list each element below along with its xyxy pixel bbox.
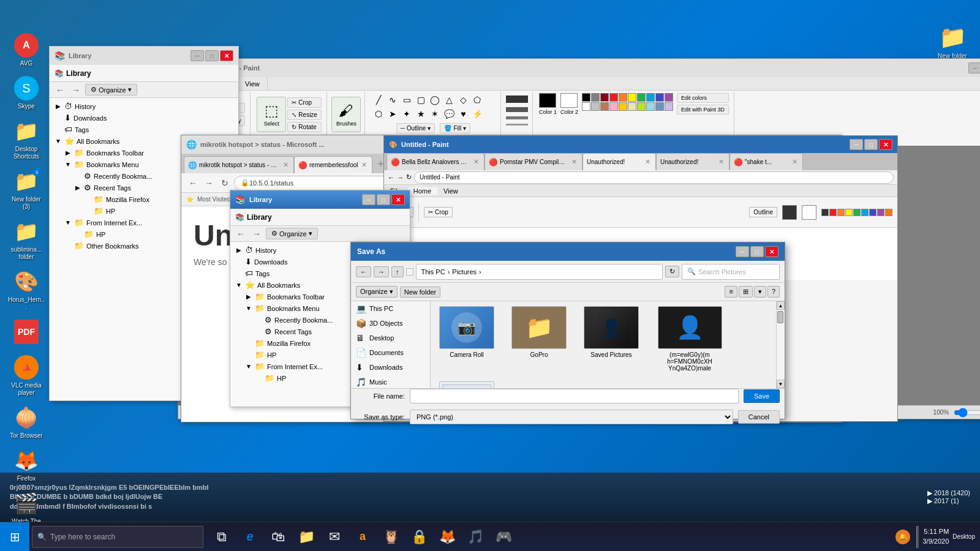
desktop-icon-horus[interactable]: 🎨 Horus_Hern... (5, 267, 48, 313)
dialog-nav-back[interactable]: ← (356, 266, 371, 277)
lib-close-front[interactable]: ✕ (391, 194, 405, 205)
pt-sw3[interactable] (837, 209, 845, 216)
taskbar-clock[interactable]: 5:11 PM 3/9/2020 (922, 527, 949, 546)
nav-refresh-mid[interactable]: ↻ (218, 176, 232, 190)
nav-refresh-paint[interactable]: ↻ (406, 173, 412, 181)
dialog-max[interactable]: □ (750, 246, 764, 257)
folder-camera-roll[interactable]: 📷 Camera Roll (433, 304, 500, 374)
shape-line[interactable]: ╱ (372, 93, 385, 107)
btab-close-pornstar[interactable]: ✕ (570, 157, 578, 167)
sa-sidebar-music[interactable]: 🎵 Music (351, 375, 430, 388)
resize-btn-back[interactable]: ⤡ Resize (287, 110, 322, 120)
swatch-indigo[interactable] (655, 93, 664, 102)
btab-close-bella[interactable]: ✕ (472, 157, 480, 167)
rotate-btn-back[interactable]: ↻ Rotate (287, 122, 322, 132)
swatch-yellow[interactable] (628, 93, 636, 102)
dialog-nav-forward[interactable]: → (374, 266, 389, 277)
dialog-titlebar[interactable]: Save As ─ □ ✕ (351, 242, 785, 261)
scroll-thumb[interactable] (777, 311, 783, 323)
tree-tags-back[interactable]: 🏷 Tags (52, 124, 236, 135)
help-btn-dialog[interactable]: ? (767, 286, 780, 298)
taskbar-mail[interactable]: ✉ (321, 523, 348, 550)
pt-sw2[interactable] (829, 209, 837, 216)
folder-male[interactable]: 👤 (m=ewlG0y)(m h=FMNOM0cXH YnQa4ZO)male (650, 304, 729, 374)
select-btn-back[interactable]: ⬚ Select (257, 97, 286, 132)
shape-ellipse[interactable]: ◯ (428, 93, 442, 107)
taskbar-amazon[interactable]: a (349, 523, 376, 550)
outline-btn-back[interactable]: ─ Outline ▾ (396, 123, 435, 133)
nav-forward-mid[interactable]: → (202, 176, 216, 190)
swatch-purple[interactable] (665, 93, 673, 102)
edit-paint3d-btn-back[interactable]: Edit with Paint 3D (677, 105, 729, 114)
taskbar-taskview[interactable]: ⧉ (208, 523, 235, 550)
shape-round-rect[interactable]: ▢ (414, 93, 428, 107)
shape-star5[interactable]: ★ (414, 107, 428, 121)
shape-star6[interactable]: ✶ (428, 107, 442, 121)
dialog-min[interactable]: ─ (736, 246, 749, 257)
swatch-brown[interactable] (600, 102, 609, 111)
pt-sw5[interactable] (853, 209, 861, 216)
paint-zoom-slider-back[interactable] (954, 408, 980, 418)
sa-sidebar-docs[interactable]: 📄 Documents (351, 345, 430, 360)
shape-diamond[interactable]: ◇ (456, 93, 470, 107)
breadcrumb-bar[interactable]: This PC › Pictures › (416, 264, 663, 280)
shape-pentagon[interactable]: ⬠ (470, 93, 484, 107)
taskbar-fileexplorer[interactable]: 📁 (293, 523, 320, 550)
edit-colors-btn-back[interactable]: Edit colors (677, 93, 729, 103)
sa-sidebar-3d[interactable]: 📦 3D Objects (351, 316, 430, 331)
new-folder-tr[interactable]: 📁 New folder (931, 24, 974, 59)
brushes-btn-back[interactable]: 🖌 Brushes (331, 97, 361, 132)
size-opt-1[interactable] (506, 96, 528, 103)
b-tab-mikrotik-mid[interactable]: 🌐 mikrotik hotspot > status - Microsoft … (184, 156, 294, 173)
taskbar-tripadvisor[interactable]: 🦉 (377, 523, 404, 550)
taskbar-game[interactable]: 🎮 (490, 523, 517, 550)
taskbar-store[interactable]: 🛍 (265, 523, 292, 550)
swatch-white[interactable] (582, 102, 590, 111)
pt-sw1[interactable] (821, 209, 829, 216)
cancel-btn[interactable]: Cancel (738, 410, 780, 424)
shape-hexagon[interactable]: ⬡ (372, 107, 385, 121)
view-more-btn[interactable]: ▾ (754, 286, 766, 298)
desktop-icon-skype[interactable]: S Skype (5, 73, 48, 113)
fill-btn-back[interactable]: 🪣 Fill ▾ (440, 123, 470, 133)
filetype-select[interactable]: PNG (*.png) (410, 410, 733, 424)
taskbar-search-box[interactable]: 🔍 Type here to search (32, 526, 203, 548)
shape-curve[interactable]: ∿ (386, 93, 399, 107)
search-bar-dialog[interactable]: 🔍 Search Pictures (682, 264, 780, 280)
scroll-up-btn[interactable]: ▲ (777, 301, 785, 310)
taskbar-firefox-tb[interactable]: 🦊 (434, 523, 461, 550)
save-btn[interactable]: Save (744, 389, 780, 403)
start-button[interactable]: ⊞ (0, 522, 29, 552)
btab-close-unauth1[interactable]: ✕ (644, 157, 652, 167)
size-opt-2[interactable] (506, 107, 528, 112)
pt-outline-mid[interactable]: Outline (749, 207, 777, 217)
show-desktop-btn[interactable] (916, 526, 919, 548)
b-tab-unauth1[interactable]: Unauthorized! ✕ (582, 153, 656, 170)
dialog-close[interactable]: ✕ (765, 246, 778, 257)
lib-close-back[interactable]: ✕ (220, 50, 233, 61)
desktop-icon-pdf[interactable]: PDF (5, 317, 48, 349)
lib-min-back[interactable]: ─ (190, 50, 204, 61)
desktop-icon-avg[interactable]: A AVG (5, 31, 48, 70)
swatch-pink[interactable] (609, 102, 618, 111)
desktop-icon-subliminal[interactable]: 📁 sublimina... folder (5, 217, 48, 263)
b-tab-unauth2[interactable]: Unauthorized! ✕ (656, 153, 729, 170)
swatch-lightgray[interactable] (591, 102, 600, 111)
scroll-down-btn[interactable]: ▼ (777, 380, 785, 388)
swatch-lightblue[interactable] (646, 102, 655, 111)
paint-view-tab-back[interactable]: View (238, 77, 268, 90)
swatch-gold[interactable] (619, 102, 627, 111)
lib-back-btn-front[interactable]: ← (234, 227, 247, 241)
paint-max-mid[interactable]: □ (864, 139, 878, 150)
swatch-lavender[interactable] (665, 102, 673, 111)
desktop-icon-vlc[interactable]: 🔺 VLC media player (5, 353, 48, 399)
pt-sw8[interactable] (877, 209, 884, 216)
swatch-lime[interactable] (637, 102, 646, 111)
swatch-steelblue[interactable] (655, 102, 664, 111)
pt-sw7[interactable] (869, 209, 876, 216)
swatch-gray[interactable] (591, 93, 600, 102)
folder-saved-pictures[interactable]: 👤 Saved Pictures (578, 304, 645, 374)
desktop-icon-newfolder3[interactable]: 📁 3 New folder (3) (5, 167, 48, 213)
swatch-blue[interactable] (646, 93, 655, 102)
taskbar-windows-media[interactable]: 🎵 (462, 523, 489, 550)
